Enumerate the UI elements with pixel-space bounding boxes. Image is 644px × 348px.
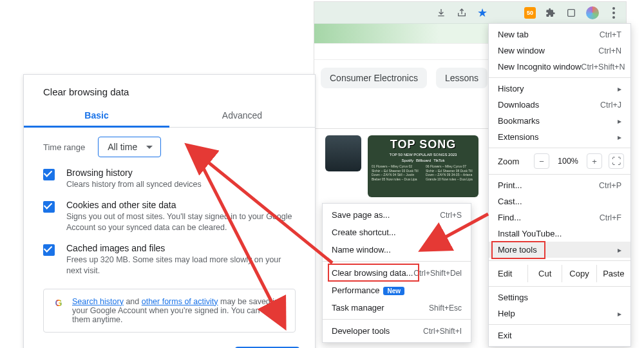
chip-lessons[interactable]: Lessons	[436, 68, 488, 88]
clear-browsing-data-dialog: Clear browsing data Basic Advanced Time …	[23, 74, 316, 348]
sub-developer-tools[interactable]: Developer toolsCtrl+Shift+I	[323, 322, 471, 340]
menu-more-tools[interactable]: More tools▸	[489, 242, 630, 258]
edit-copy[interactable]: Copy	[562, 265, 596, 282]
menu-extensions[interactable]: Extensions▸	[489, 129, 630, 145]
overflow-menu: New tabCtrl+T New windowCtrl+N New Incog…	[488, 23, 631, 347]
chip-electronics[interactable]: Consumer Electronics	[321, 68, 427, 88]
profile-avatar-icon[interactable]	[586, 6, 599, 19]
google-logo-icon: G	[53, 297, 64, 309]
tab-basic[interactable]: Basic	[24, 104, 169, 128]
thumb-subtitle: TOP 50 NEW POPULAR SONGS 2023	[390, 153, 457, 157]
time-range-select[interactable]: All time	[98, 137, 161, 157]
sub-performance[interactable]: PerformanceNew	[323, 282, 471, 299]
menu-zoom: Zoom − 100% + ⛶	[489, 151, 630, 171]
checkbox-icon[interactable]	[43, 244, 55, 256]
thumb-top-song[interactable]: TOP SONG TOP 50 NEW POPULAR SONGS 2023 S…	[368, 135, 478, 197]
share-icon[interactable]	[456, 7, 468, 19]
menu-edit-row: Edit Cut Copy Paste	[489, 264, 630, 284]
menu-bookmarks[interactable]: Bookmarks▸	[489, 113, 630, 129]
menu-install-youtube[interactable]: Install YouTube...	[489, 226, 630, 242]
thumb-window[interactable]	[325, 135, 361, 171]
menu-exit[interactable]: Exit	[489, 327, 630, 343]
extension-badge-icon[interactable]: 50	[524, 7, 536, 19]
extensions-icon[interactable]	[545, 7, 556, 19]
bookmark-star-icon[interactable]: ★	[477, 7, 488, 19]
video-thumbnails: TOP SONG TOP 50 NEW POPULAR SONGS 2023 S…	[319, 128, 478, 197]
menu-find[interactable]: Find...Ctrl+F	[489, 209, 630, 226]
checkbox-icon[interactable]	[43, 201, 55, 213]
sub-save-page[interactable]: Save page as...Ctrl+S	[323, 206, 471, 224]
browser-toolbar: ★ 50	[314, 2, 626, 24]
more-tools-submenu: Save page as...Ctrl+S Create shortcut...…	[322, 203, 471, 343]
menu-downloads[interactable]: DownloadsCtrl+J	[489, 97, 630, 113]
sub-clear-browsing-data[interactable]: Clear browsing data...Ctrl+Shift+Del	[323, 264, 471, 282]
checkbox-icon[interactable]	[43, 169, 55, 180]
reading-list-icon[interactable]	[565, 7, 577, 19]
svg-rect-0	[568, 9, 575, 16]
menu-new-incognito[interactable]: New Incognito windowCtrl+Shift+N	[489, 59, 630, 75]
sub-create-shortcut[interactable]: Create shortcut...	[323, 224, 471, 241]
edit-paste[interactable]: Paste	[596, 265, 630, 282]
dialog-title: Clear browsing data	[43, 86, 315, 97]
link-other-activity[interactable]: other forms of activity	[142, 297, 218, 306]
sub-task-manager[interactable]: Task managerShift+Esc	[323, 299, 471, 316]
menu-cast[interactable]: Cast...	[489, 193, 630, 209]
menu-print[interactable]: Print...Ctrl+P	[489, 177, 630, 193]
thumb-tracklist: 01 Flowers – Miley Cyrus 02 Slchiz – Ed …	[372, 164, 475, 181]
download-icon[interactable]	[435, 7, 447, 19]
thumb-title: TOP SONG	[390, 138, 456, 151]
sub-name-window[interactable]: Name window...	[323, 241, 471, 258]
menu-help[interactable]: Help▸	[489, 305, 630, 322]
menu-settings[interactable]: Settings	[489, 289, 630, 305]
check-cache[interactable]: Cached images and files Frees up 320 MB.…	[24, 237, 315, 280]
zoom-out-button[interactable]: −	[534, 153, 549, 169]
fullscreen-icon[interactable]: ⛶	[609, 153, 624, 169]
menu-new-tab[interactable]: New tabCtrl+T	[489, 26, 630, 43]
account-history-note: G Search history and other forms of acti…	[43, 289, 296, 333]
link-search-history[interactable]: Search history	[72, 297, 124, 306]
time-range-label: Time range	[43, 142, 85, 152]
menu-history[interactable]: History▸	[489, 81, 630, 97]
tab-advanced[interactable]: Advanced	[169, 104, 315, 127]
overflow-menu-icon[interactable]	[608, 7, 620, 19]
zoom-level: 100%	[556, 157, 580, 166]
dialog-tabs: Basic Advanced	[24, 104, 315, 128]
check-cookies[interactable]: Cookies and other site data Signs you ou…	[24, 193, 315, 237]
menu-new-window[interactable]: New windowCtrl+N	[489, 43, 630, 59]
zoom-in-button[interactable]: +	[587, 153, 602, 169]
edit-cut[interactable]: Cut	[527, 265, 562, 282]
check-browsing-history[interactable]: Browsing history Clears history from all…	[24, 161, 315, 193]
